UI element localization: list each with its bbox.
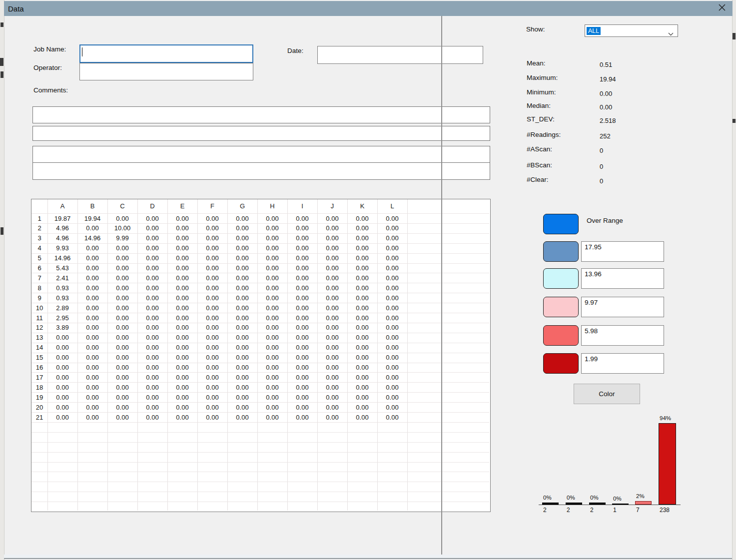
- grid-cell: 0.00: [257, 215, 287, 222]
- threshold-swatch: [543, 268, 579, 289]
- date-field[interactable]: [317, 46, 483, 64]
- grid-line: [31, 303, 489, 303]
- grid-cell: 0.00: [377, 394, 407, 401]
- grid-cell: 0.00: [257, 244, 287, 252]
- grid-cell: 0.00: [347, 244, 377, 252]
- grid-cell: 0.00: [197, 404, 227, 411]
- grid-cell: 0.00: [377, 334, 407, 341]
- title-bar[interactable]: Data: [4, 1, 733, 16]
- stat-label: Minimum:: [527, 88, 556, 96]
- grid-cell: 0.00: [167, 274, 197, 282]
- close-button[interactable]: [717, 3, 728, 13]
- background-window-bottom-edge: [4, 555, 732, 559]
- grid-cell: 0.00: [347, 234, 377, 242]
- row-header: 20: [31, 404, 47, 411]
- grid-cell: 0.00: [227, 334, 257, 341]
- grid-cell: 0.00: [137, 374, 167, 381]
- grid-cell: 0.00: [377, 234, 407, 242]
- grid-cell: 0.00: [227, 324, 257, 331]
- grid-line: [31, 392, 489, 393]
- row-header: 13: [31, 334, 47, 341]
- grid-cell: 0.00: [107, 324, 137, 331]
- show-dropdown[interactable]: ALL: [585, 24, 678, 37]
- data-grid[interactable]: ABCDEFGHIJKL119.8719.940.000.000.000.000…: [31, 199, 491, 512]
- threshold-value-field[interactable]: 13.96: [581, 268, 664, 289]
- row-header: 16: [31, 364, 47, 371]
- grid-cell: 0.00: [317, 215, 347, 222]
- row-header: 17: [31, 374, 47, 381]
- grid-line: [31, 243, 489, 244]
- grid-cell: 19.94: [77, 215, 107, 222]
- stat-label: #AScan:: [527, 145, 552, 153]
- stat-label: Mean:: [527, 59, 546, 67]
- histogram-bar: [566, 503, 582, 505]
- grid-cell: 0.00: [107, 274, 137, 282]
- grid-cell: 0.00: [47, 344, 77, 351]
- histogram-count-label: 2: [543, 507, 547, 514]
- job-name-field[interactable]: [79, 44, 253, 63]
- grid-cell: 0.00: [77, 264, 107, 272]
- grid-cell: 0.00: [227, 344, 257, 351]
- grid-cell: 0.00: [317, 224, 347, 232]
- grid-cell: 0.00: [107, 304, 137, 312]
- grid-cell: 0.00: [137, 264, 167, 272]
- threshold-value-field[interactable]: 1.99: [581, 353, 664, 374]
- grid-cell: 0.00: [107, 404, 137, 411]
- threshold-value-field[interactable]: 9.97: [581, 297, 664, 317]
- grid-cell: 0.00: [287, 354, 317, 361]
- threshold-swatch: [543, 325, 579, 346]
- grid-cell: 0.00: [347, 384, 377, 391]
- comments-field-2[interactable]: [32, 126, 490, 141]
- grid-line: [31, 472, 489, 472]
- grid-cell: 0.00: [317, 334, 347, 341]
- histogram-percent-label: 2%: [636, 493, 645, 499]
- grid-cell: 19.87: [47, 215, 77, 222]
- row-header: 14: [31, 344, 47, 351]
- row-header: 11: [31, 314, 47, 322]
- grid-cell: 0.00: [107, 215, 137, 222]
- grid-cell: 0.00: [167, 254, 197, 262]
- histogram-percent-label: 0%: [543, 495, 552, 501]
- row-header: 12: [31, 324, 47, 331]
- grid-cell: 0.00: [197, 314, 227, 322]
- grid-cell: 0.00: [137, 284, 167, 292]
- color-button[interactable]: Color: [574, 384, 640, 404]
- grid-cell: 0.00: [377, 384, 407, 391]
- grid-cell: 0.00: [77, 364, 107, 371]
- grid-cell: 0.00: [287, 384, 317, 391]
- threshold-value-field[interactable]: 17.95: [581, 241, 664, 262]
- grid-line: [31, 492, 489, 492]
- grid-cell: 0.00: [317, 234, 347, 242]
- histogram-bar: [659, 423, 676, 505]
- grid-cell: 0.00: [47, 414, 77, 421]
- background-glyph: [0, 22, 3, 27]
- operator-field[interactable]: [79, 63, 253, 80]
- grid-cell: 0.00: [137, 324, 167, 331]
- grid-cell: 0.00: [347, 254, 377, 262]
- grid-cell: 0.00: [227, 414, 257, 421]
- histogram-count-label: 238: [660, 507, 670, 514]
- grid-cell: 0.00: [347, 414, 377, 421]
- grid-cell: 0.00: [137, 314, 167, 322]
- grid-line: [31, 462, 489, 463]
- comments-label: Comments:: [33, 86, 68, 94]
- grid-cell: 0.00: [377, 304, 407, 312]
- stat-label: ST_DEV:: [527, 115, 555, 123]
- grid-cell: 0.00: [107, 354, 137, 361]
- grid-cell: 0.00: [257, 374, 287, 381]
- grid-cell: 0.00: [257, 284, 287, 292]
- comments-field-3[interactable]: [32, 146, 490, 163]
- grid-cell: 0.00: [257, 364, 287, 371]
- comments-field-1[interactable]: [32, 106, 490, 123]
- grid-line: [31, 412, 489, 413]
- grid-cell: 0.00: [287, 314, 317, 322]
- grid-cell: 0.00: [107, 334, 137, 341]
- threshold-value-field[interactable]: 5.98: [581, 325, 664, 346]
- row-header: 19: [31, 394, 47, 401]
- grid-cell: 0.00: [77, 284, 107, 292]
- grid-cell: 0.00: [197, 394, 227, 401]
- grid-cell: 0.00: [77, 304, 107, 312]
- grid-cell: 0.00: [47, 334, 77, 341]
- comments-field-4[interactable]: [32, 162, 490, 180]
- grid-cell: 0.00: [347, 364, 377, 371]
